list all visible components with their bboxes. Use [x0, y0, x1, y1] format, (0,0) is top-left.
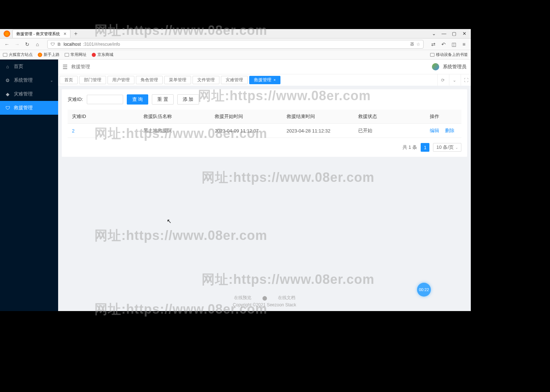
th-team: 救援队伍名称 [139, 110, 211, 124]
sidebar-item-home[interactable]: ⌂ 首页 [0, 60, 58, 73]
page-size-select[interactable]: 10 条/页 ⌄ [433, 143, 461, 152]
bookmark-star-icon[interactable]: ☆ [416, 42, 420, 47]
github-icon[interactable]: ⬤ [262, 295, 267, 301]
reload-icon[interactable]: ↻ [23, 40, 31, 48]
tab-file[interactable]: 文件管理 [193, 76, 219, 84]
bookmark-item[interactable]: ⬤京东商城 [92, 52, 113, 57]
table-row: 2 黑土地救援队 2023-04-09 11:12:07 2023-04-28 … [68, 124, 461, 138]
extension-icon[interactable]: ⇄ [429, 40, 437, 48]
footer-link-docs[interactable]: 在线文档 [278, 295, 295, 301]
chevron-down-icon[interactable]: ⌄ [429, 31, 439, 36]
minimize-icon[interactable]: — [439, 31, 449, 36]
disaster-id-input[interactable] [87, 95, 123, 104]
th-action: 操作 [425, 110, 461, 124]
tab-rescue[interactable]: 救援管理× [249, 76, 280, 84]
sidebar-item-label: 救援管理 [14, 105, 33, 111]
tab-dept[interactable]: 部门管理 [79, 76, 106, 84]
footer-link-preview[interactable]: 在线预览 [234, 295, 251, 301]
tab-dropdown-icon[interactable]: ⌄ [449, 74, 459, 86]
pocket-icon[interactable]: ◫ [450, 40, 458, 48]
home-icon[interactable]: ⌂ [33, 40, 41, 48]
browser-tab[interactable]: 救援管理 - 救灾管理系统 × [12, 29, 70, 38]
close-icon[interactable]: × [274, 78, 276, 82]
tab-fullscreen-icon[interactable]: ⛶ [461, 74, 471, 86]
row-start: 2023-04-09 11:12:07 [210, 124, 282, 138]
th-end: 救援结束时间 [282, 110, 354, 124]
mobile-bookmarks[interactable]: 移动设备上的书签 [430, 52, 468, 57]
page-size-label: 10 条/页 [436, 144, 454, 151]
bookmark-label: 京东商城 [97, 52, 113, 57]
tab-label: 灾难管理 [226, 77, 243, 83]
tab-refresh-icon[interactable]: ⟳ [437, 74, 448, 86]
browser-window: 救援管理 - 救灾管理系统 × + ⌄ — ▢ ✕ ← → ↻ ⌂ 🛡 🗎 lo… [0, 29, 471, 311]
copyright: Copyright ©2021 Seezoon Stack [58, 302, 471, 307]
url-port-path: :3101/#/rescue/info [83, 42, 120, 47]
reset-button[interactable]: 重 置 [152, 94, 174, 105]
tab-close-icon[interactable]: × [64, 31, 66, 37]
th-id: 灾难ID [68, 110, 139, 124]
folder-icon [65, 53, 69, 57]
tab-menu[interactable]: 菜单管理 [164, 76, 191, 84]
sidebar-item-rescue[interactable]: 🛡 救援管理 [0, 101, 58, 115]
row-end: 2023-04-28 11:12:32 [282, 124, 354, 138]
data-table: 灾难ID 救援队伍名称 救援开始时间 救援结束时间 救援状态 操作 2 [68, 110, 461, 138]
bookmark-label: 常用网址 [70, 52, 86, 57]
maximize-icon[interactable]: ▢ [449, 31, 459, 36]
tab-role[interactable]: 角色管理 [136, 76, 163, 84]
warning-icon: ◆ [5, 91, 10, 97]
query-button[interactable]: 查 询 [127, 94, 149, 105]
filter-label: 灾难ID: [68, 96, 83, 103]
chevron-down-icon: ⌄ [50, 78, 53, 82]
row-team: 黑土地救援队 [139, 124, 211, 138]
app-header: ☰ 救援管理 系统管理员 [58, 60, 471, 74]
username-label: 系统管理员 [443, 64, 466, 70]
content-tabs: 首页 部门管理 用户管理 角色管理 菜单管理 文件管理 灾难管理 救援管理× ⟳… [58, 74, 471, 86]
bookmark-label: 移动设备上的书签 [436, 52, 468, 57]
sidebar-item-system[interactable]: ⚙ 系统管理 ⌄ [0, 73, 58, 87]
folder-icon [3, 53, 7, 57]
tab-label: 部门管理 [84, 77, 101, 83]
breadcrumb: 救援管理 [71, 64, 90, 70]
close-icon[interactable]: ✕ [459, 31, 469, 36]
sidebar-item-disaster[interactable]: ◆ 灾难管理 [0, 87, 58, 101]
tab-label: 菜单管理 [169, 77, 186, 83]
undo-icon[interactable]: ↶ [440, 40, 448, 48]
tab-label: 文件管理 [197, 77, 215, 83]
reader-icon[interactable]: 器 [410, 41, 414, 47]
sidebar: ⌂ 首页 ⚙ 系统管理 ⌄ ◆ 灾难管理 🛡 救援管理 [0, 60, 58, 311]
new-tab-button[interactable]: + [70, 30, 81, 37]
forward-icon[interactable]: → [13, 40, 21, 48]
edit-link[interactable]: 编辑 [430, 128, 439, 133]
firefox-icon [4, 30, 10, 37]
add-button[interactable]: 添 加 [177, 94, 199, 105]
url-host: localhost [64, 42, 81, 47]
sidebar-item-label: 系统管理 [14, 77, 33, 83]
back-icon[interactable]: ← [3, 40, 11, 48]
shield-icon: 🛡 [50, 42, 55, 47]
bookmark-item[interactable]: 常用网址 [65, 52, 86, 57]
collapse-sidebar-icon[interactable]: ☰ [62, 64, 68, 70]
home-icon: ⌂ [5, 64, 10, 69]
folder-icon [430, 53, 434, 57]
bookmark-label: 新手上路 [44, 52, 60, 57]
row-status: 已开始 [354, 124, 425, 138]
tab-user[interactable]: 用户管理 [108, 76, 134, 84]
page-number[interactable]: 1 [421, 143, 429, 152]
bookmark-item[interactable]: 新手上路 [38, 52, 60, 57]
content-area: 灾难ID: 查 询 重 置 添 加 灾难ID 救援队伍名称 救援开始时间 [58, 86, 471, 291]
th-status: 救援状态 [354, 110, 425, 124]
tab-home[interactable]: 首页 [60, 76, 78, 84]
row-id-link[interactable]: 2 [72, 128, 74, 134]
avatar[interactable] [432, 63, 439, 70]
tab-disaster[interactable]: 灾难管理 [221, 76, 248, 84]
app-root: ⌂ 首页 ⚙ 系统管理 ⌄ ◆ 灾难管理 🛡 救援管理 ☰ 救援管理 [0, 60, 471, 311]
float-timer-badge[interactable]: 00:22 [417, 283, 431, 297]
delete-link[interactable]: 删除 [445, 128, 454, 133]
menu-icon[interactable]: ≡ [460, 40, 468, 48]
cursor-icon: ↖ [167, 218, 171, 225]
lock-icon: 🗎 [57, 42, 61, 47]
jd-icon: ⬤ [92, 52, 96, 57]
tab-label: 角色管理 [141, 77, 158, 83]
bookmark-item[interactable]: 火狐官方站点 [3, 52, 33, 57]
url-bar[interactable]: 🛡 🗎 localhost:3101/#/rescue/info 器 ☆ [47, 40, 424, 49]
